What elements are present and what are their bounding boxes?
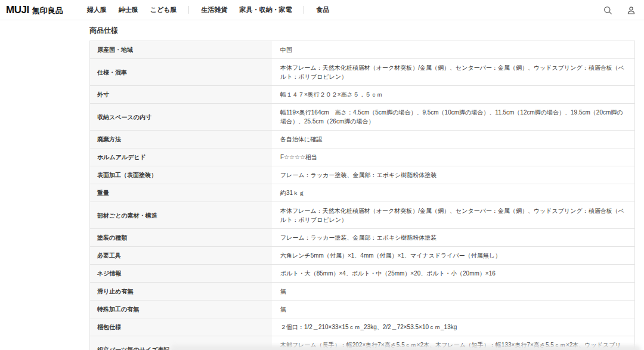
nav-divider: [188, 6, 189, 14]
spec-value: 各自治体に確認: [272, 131, 634, 148]
page-title: 商品仕様: [89, 20, 635, 41]
spec-value-text: 各自治体に確認: [280, 135, 322, 144]
table-row: ホルムアルデヒドF☆☆☆☆相当: [90, 148, 634, 166]
spec-value-text: 無: [280, 287, 286, 296]
muji-logo-en: MUJI: [6, 4, 29, 16]
table-row: 重量約31ｋｇ: [90, 184, 634, 202]
account-icon[interactable]: [627, 6, 636, 15]
spec-label: 収納スペースの内寸: [90, 104, 272, 130]
spec-value: 幅119×奥行164cm 高さ：4.5cm（5cm脚の場合）、9.5cm（10c…: [272, 104, 634, 130]
spec-value: ボルト・大（85mm）×4、ボルト・中（25mm）×20、ボルト・小（20mm）…: [272, 265, 634, 282]
spec-value-text: フレーム：ラッカー塗装、金属部：エポキシ樹脂粉体塗装: [280, 171, 436, 179]
table-row: 収納スペースの内寸幅119×奥行164cm 高さ：4.5cm（5cm脚の場合）、…: [90, 104, 634, 131]
header: MUJI 無印良品 婦人服紳士服こども服生活雑貨家具・収納・家電食品: [0, 0, 644, 20]
nav-divider: [304, 6, 304, 14]
spec-value-text: 約31ｋｇ: [280, 188, 305, 197]
table-row: 梱包仕様２個口：1/2＿210×33×15ｃｍ_23kg、2/2＿72×53.5…: [90, 318, 634, 336]
table-row: 表面加工（表面塗装）フレーム：ラッカー塗装、金属部：エポキシ樹脂粉体塗装: [90, 166, 634, 184]
spec-value: ２個口：1/2＿210×33×15ｃｍ_23kg、2/2＿72×53.5×10ｃ…: [272, 318, 634, 336]
spec-value: フレーム：ラッカー塗装、金属部：エポキシ樹脂粉体塗装: [272, 229, 634, 246]
muji-logo-jp: 無印良品: [32, 5, 63, 16]
spec-value-text: 中国: [280, 45, 292, 54]
spec-value-text: 六角レンチ5mm（付属）×1、4mm（付属）×1、マイナスドライバー（付属無し）: [280, 251, 501, 260]
main-content: 商品仕様 原産国・地域中国仕様・混率本体フレーム：天然木化粧積層材（オーク材突板…: [89, 20, 635, 350]
spec-value: 中国: [272, 41, 634, 58]
spec-value: F☆☆☆☆相当: [272, 148, 634, 166]
spec-label: 外寸: [90, 86, 272, 103]
table-row: 塗装の種類フレーム：ラッカー塗装、金属部：エポキシ樹脂粉体塗装: [90, 229, 634, 247]
table-row: ネジ情報ボルト・大（85mm）×4、ボルト・中（25mm）×20、ボルト・小（2…: [90, 265, 634, 283]
spec-value-text: 無: [280, 305, 286, 314]
spec-value: フレーム：ラッカー塗装、金属部：エポキシ樹脂粉体塗装: [272, 166, 634, 184]
spec-value-text: フレーム：ラッカー塗装、金属部：エポキシ樹脂粉体塗装: [280, 233, 436, 242]
spec-value: 幅１４７×奥行２０２×高さ５，５ｃｍ: [272, 86, 634, 103]
spec-value-text: 幅１４７×奥行２０２×高さ５，５ｃｍ: [280, 90, 383, 99]
spec-table: 原産国・地域中国仕様・混率本体フレーム：天然木化粧積層材（オーク材突板）/金属（…: [89, 41, 635, 350]
spec-value-text: 本体フレーム：天然木化粧積層材（オーク材突板）/金属（鋼）、センターバー：金属（…: [280, 63, 626, 81]
spec-value-text: F☆☆☆☆相当: [280, 153, 317, 162]
table-row: 滑り止め有無無: [90, 283, 634, 301]
table-row: 原産国・地域中国: [90, 41, 634, 59]
spec-value: 無: [272, 283, 634, 300]
table-row: 特殊加工の有無無: [90, 301, 634, 318]
nav-item-2[interactable]: こども服: [150, 5, 177, 14]
spec-value-text: 本体フレーム：天然木化粧積層材（オーク材突板）/金属（鋼）、センターバー：金属（…: [280, 206, 626, 224]
table-row: 仕様・混率本体フレーム：天然木化粧積層材（オーク材突板）/金属（鋼）、センターバ…: [90, 59, 634, 86]
spec-label: 滑り止め有無: [90, 283, 272, 300]
spec-label: 特殊加工の有無: [90, 301, 272, 318]
spec-label: 重量: [90, 184, 272, 202]
spec-value-text: ２個口：1/2＿210×33×15ｃｍ_23kg、2/2＿72×53.5×10ｃ…: [280, 323, 457, 332]
muji-logo[interactable]: MUJI 無印良品: [6, 4, 63, 16]
table-row: 必要工具六角レンチ5mm（付属）×1、4mm（付属）×1、マイナスドライバー（付…: [90, 247, 634, 265]
spec-label: 梱包仕様: [90, 318, 272, 336]
table-row: 部材ごとの素材・構造本体フレーム：天然木化粧積層材（オーク材突板）/金属（鋼）、…: [90, 202, 634, 229]
spec-label: 部材ごとの素材・構造: [90, 202, 272, 228]
nav-item-1[interactable]: 紳士服: [119, 5, 138, 14]
spec-label: 表面加工（表面塗装）: [90, 166, 272, 184]
spec-value-text: ボルト・大（85mm）×4、ボルト・中（25mm）×20、ボルト・小（20mm）…: [280, 269, 496, 278]
spec-label: 必要工具: [90, 247, 272, 264]
search-icon[interactable]: [603, 6, 612, 15]
spec-value: 本体フレーム：天然木化粧積層材（オーク材突板）/金属（鋼）、センターバー：金属（…: [272, 202, 634, 228]
spec-label: 塗装の種類: [90, 229, 272, 246]
spec-label: 仕様・混率: [90, 59, 272, 85]
nav-item-5[interactable]: 家具・収納・家電: [239, 5, 292, 14]
below-fold-shadow: [170, 345, 641, 350]
main-nav: 婦人服紳士服こども服生活雑貨家具・収納・家電食品: [87, 5, 330, 14]
nav-item-0[interactable]: 婦人服: [87, 5, 107, 14]
nav-item-4[interactable]: 生活雑貨: [201, 5, 227, 14]
spec-value: 約31ｋｇ: [272, 184, 634, 202]
table-row: 外寸幅１４７×奥行２０２×高さ５，５ｃｍ: [90, 86, 634, 104]
nav-item-7[interactable]: 食品: [316, 5, 329, 14]
spec-value: 六角レンチ5mm（付属）×1、4mm（付属）×1、マイナスドライバー（付属無し）: [272, 247, 634, 264]
spec-value: 本体フレーム：天然木化粧積層材（オーク材突板）/金属（鋼）、センターバー：金属（…: [272, 59, 634, 85]
spec-label: 廃棄方法: [90, 131, 272, 148]
spec-value-text: 幅119×奥行164cm 高さ：4.5cm（5cm脚の場合）、9.5cm（10c…: [280, 108, 626, 126]
spec-value: 無: [272, 301, 634, 318]
spec-label: ホルムアルデヒド: [90, 148, 272, 166]
table-row: 廃棄方法各自治体に確認: [90, 131, 634, 148]
header-icons: [603, 0, 636, 20]
spec-label: 原産国・地域: [90, 41, 272, 58]
spec-label: ネジ情報: [90, 265, 272, 282]
